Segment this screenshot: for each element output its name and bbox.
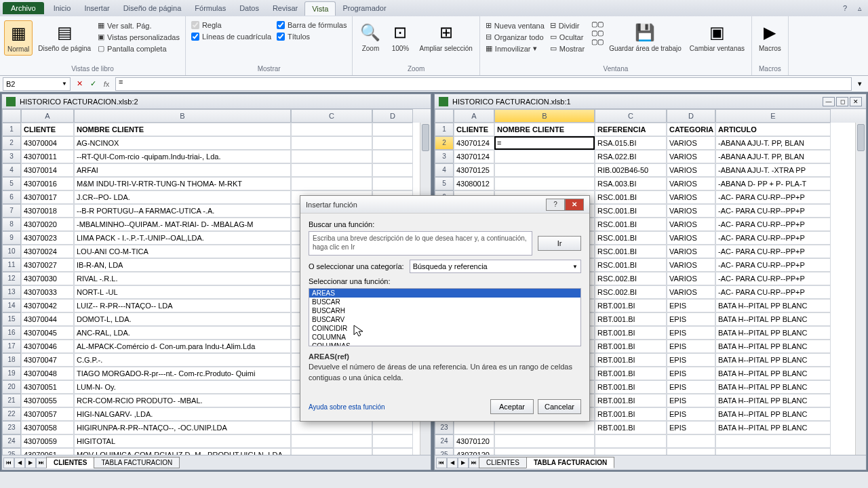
cell[interactable]: VARIOS: [667, 177, 715, 190]
col-header[interactable]: C: [291, 109, 372, 123]
cell[interactable]: ARFAI: [74, 163, 291, 177]
zoom-button[interactable]: 🔍Zoom: [357, 20, 384, 54]
tab-vista[interactable]: Vista: [304, 1, 336, 16]
cell[interactable]: BATA H--PITAL PP BLANC: [715, 367, 831, 380]
cancel-formula-icon[interactable]: ✕: [73, 78, 85, 90]
cell[interactable]: BATA H--PITAL PP BLANC: [715, 394, 831, 407]
zoom-100-button[interactable]: ⊡100%: [387, 20, 414, 54]
row-header[interactable]: 23: [2, 421, 21, 434]
tab-programador[interactable]: Programador: [336, 1, 393, 16]
fx-icon[interactable]: fx: [100, 78, 113, 90]
cell[interactable]: VARIOS: [667, 190, 715, 204]
function-list-item[interactable]: COLUMNAS: [309, 342, 580, 346]
cell[interactable]: 43070030: [21, 272, 74, 285]
cell[interactable]: 43070033: [21, 285, 74, 299]
cell[interactable]: ANC-RAL, LDA.: [74, 326, 291, 340]
cell[interactable]: RIB.002B46-50: [595, 163, 667, 177]
cell[interactable]: [667, 434, 715, 448]
cell[interactable]: -AC- PARA CU-RP--PP+P: [715, 204, 831, 218]
cell[interactable]: EPIS: [667, 299, 715, 312]
cell[interactable]: BATA H--PITAL PP BLANC: [715, 340, 831, 353]
cell[interactable]: VARIOS: [667, 231, 715, 245]
switch-windows-button[interactable]: ▣Cambiar ventanas: [687, 20, 747, 54]
cell[interactable]: [291, 448, 372, 455]
cell[interactable]: M&M INDU-TRI-V-RTR-TUNG-N THOMA- M-RKT: [74, 177, 291, 190]
cell[interactable]: 43070017: [21, 190, 74, 204]
row-header[interactable]: 10: [2, 245, 21, 258]
cell[interactable]: [372, 123, 413, 136]
cell[interactable]: -AC- PARA CU-RP--PP+P: [715, 231, 831, 245]
cell[interactable]: 43070047: [21, 353, 74, 367]
cell[interactable]: RSC.001.BI: [595, 204, 667, 218]
cell[interactable]: [372, 421, 413, 434]
row-header[interactable]: 11: [2, 258, 21, 272]
cell[interactable]: EPIS: [667, 394, 715, 407]
row-header[interactable]: 5: [435, 177, 454, 190]
cell[interactable]: [372, 177, 413, 190]
cell[interactable]: RSA.022.BI: [595, 150, 667, 163]
cell[interactable]: VARIOS: [667, 258, 715, 272]
cell[interactable]: 43070055: [21, 394, 74, 407]
cancel-button[interactable]: Cancelar: [538, 399, 581, 414]
cell[interactable]: 43070048: [21, 367, 74, 380]
cell[interactable]: NORT-L -UL: [74, 285, 291, 299]
sheet-nav-next[interactable]: ▶: [458, 458, 469, 468]
freeze-panes-button[interactable]: ▦ Inmovilizar ▾: [484, 43, 546, 54]
arrange-all-button[interactable]: ⊟ Organizar todo: [484, 32, 546, 42]
cell[interactable]: EPIS: [667, 353, 715, 367]
row-header[interactable]: 23: [435, 421, 454, 434]
cell[interactable]: BATA H--PITAL PP BLANC: [715, 380, 831, 394]
cell[interactable]: [372, 448, 413, 455]
cell[interactable]: [494, 163, 595, 177]
function-list[interactable]: AREASBUSCARBUSCARHBUSCARVCOINCIDIRCOLUMN…: [309, 288, 581, 346]
cell[interactable]: 43070124: [454, 136, 494, 150]
cell[interactable]: 43070045: [21, 326, 74, 340]
cell[interactable]: -ABANA AJU-T. PP, BLAN: [715, 150, 831, 163]
row-header[interactable]: 16: [2, 326, 21, 340]
cell[interactable]: -AC- PARA CU-RP--PP+P: [715, 218, 831, 231]
headings-check[interactable]: Títulos: [275, 32, 348, 41]
cell[interactable]: 43070124: [454, 150, 494, 163]
cell[interactable]: LUM-N- Oy.: [74, 380, 291, 394]
formula-input[interactable]: =: [115, 77, 852, 91]
cell[interactable]: CLIENTE: [454, 123, 494, 136]
col-header[interactable]: B: [74, 109, 291, 123]
row-header[interactable]: 4: [2, 163, 21, 177]
cell[interactable]: [291, 163, 372, 177]
row-header[interactable]: 19: [2, 367, 21, 380]
cell[interactable]: [291, 421, 372, 434]
cell[interactable]: 43070024: [21, 245, 74, 258]
cell[interactable]: [667, 448, 715, 455]
row-header[interactable]: 18: [2, 353, 21, 367]
row-header[interactable]: 20: [2, 380, 21, 394]
cell[interactable]: 43070044: [21, 312, 74, 326]
cell[interactable]: 43070058: [21, 421, 74, 434]
expand-formula-icon[interactable]: ▾: [854, 79, 865, 88]
col-header[interactable]: E: [715, 109, 831, 123]
cell[interactable]: IB-R-AN, LDA: [74, 258, 291, 272]
row-header[interactable]: 4: [435, 163, 454, 177]
cell[interactable]: [494, 434, 595, 448]
cell[interactable]: RBT.001.BI: [595, 407, 667, 421]
row-header[interactable]: 1: [2, 123, 21, 136]
row-header[interactable]: 6: [2, 190, 21, 204]
cell[interactable]: DOMOT-L, LDA.: [74, 312, 291, 326]
cell[interactable]: VARIOS: [667, 272, 715, 285]
row-header[interactable]: 17: [2, 340, 21, 353]
function-list-item[interactable]: COINCIDIR: [309, 324, 580, 333]
cell[interactable]: [291, 136, 372, 150]
cell[interactable]: AL-MPACK-Comércio d- Con-um.para Indu-t.…: [74, 340, 291, 353]
cell[interactable]: RBT.001.BI: [595, 367, 667, 380]
cell[interactable]: [291, 434, 372, 448]
cell[interactable]: VARIOS: [667, 245, 715, 258]
cell[interactable]: [595, 448, 667, 455]
tab-file[interactable]: Archivo: [3, 2, 44, 14]
sheet-tab[interactable]: TABLA FACTURACION: [94, 457, 180, 468]
cell[interactable]: NOMBRE CLIENTE: [494, 123, 595, 136]
function-list-item[interactable]: COLUMNA: [309, 333, 580, 342]
window-close-icon[interactable]: ✕: [850, 97, 862, 106]
cell[interactable]: -MBALMINHO--QUIPAM.- MAT-RIAI- D- -MBALA…: [74, 218, 291, 231]
window-restore-icon[interactable]: ◻: [836, 97, 848, 106]
row-header[interactable]: 25: [435, 448, 454, 455]
split-button[interactable]: ⊟ Dividir: [549, 20, 586, 30]
